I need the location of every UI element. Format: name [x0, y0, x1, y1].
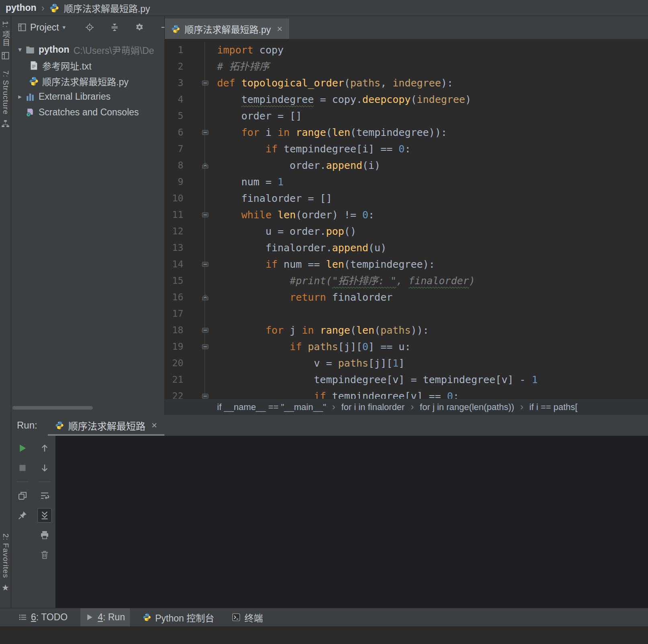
chevron-collapsed-icon[interactable]: ▸ — [14, 92, 25, 101]
code-line[interactable]: 22 if tempindegree[v] == 0: — [165, 388, 648, 399]
close-icon[interactable]: × — [277, 23, 283, 35]
tree-row-external-libraries[interactable]: ▸ External Libraries — [11, 89, 164, 105]
stripe-favorites-label: 2: Favorites — [1, 533, 10, 578]
fold-gutter — [198, 190, 212, 207]
tool-window-bar: 6: TODO 4: Run Python 控制台 终端 — [0, 608, 648, 626]
clear-all-button[interactable] — [37, 548, 52, 562]
code-editor[interactable]: 1import copy2# 拓扑排序3def topological_orde… — [165, 39, 648, 399]
code-line[interactable]: 21 tempindegree[v] = tempindegree[v] - 1 — [165, 371, 648, 388]
breadcrumb-item[interactable]: if i == paths[ — [529, 402, 578, 412]
code-text: v = paths[j][1] — [212, 355, 405, 371]
fold-end-icon[interactable] — [198, 157, 212, 174]
toolbar-python-console-button[interactable]: Python 控制台 — [138, 608, 219, 626]
stripe-favorites-button[interactable]: 2: Favorites ★ — [1, 533, 10, 597]
code-line[interactable]: 12 u = order.pop() — [165, 223, 648, 240]
code-line[interactable]: 3def topological_order(paths, indegree): — [165, 75, 648, 91]
fold-start-icon[interactable] — [198, 338, 212, 355]
horizontal-scrollbar[interactable] — [12, 406, 93, 410]
code-line[interactable]: 2# 拓扑排序 — [165, 58, 648, 75]
navigation-bar: python › 顺序法求解最短路.py — [0, 0, 648, 16]
breadcrumb-item[interactable]: for j in range(len(paths)) — [420, 402, 514, 412]
scroll-to-end-button[interactable] — [37, 508, 52, 523]
code-line[interactable]: 17 — [165, 306, 648, 322]
run-console-output[interactable] — [55, 436, 648, 608]
restore-layout-button[interactable] — [15, 488, 30, 503]
fold-end-icon[interactable] — [198, 289, 212, 306]
soft-wrap-button[interactable] — [37, 488, 52, 503]
collapse-all-button[interactable] — [110, 23, 119, 32]
rerun-button[interactable] — [15, 441, 30, 455]
line-number: 8 — [165, 157, 186, 174]
code-line[interactable]: 15 #print("拓扑排序: ", finalorder) — [165, 273, 648, 289]
code-line[interactable]: 8 order.append(i) — [165, 157, 648, 174]
fold-gutter — [198, 355, 212, 371]
toolbar-divider — [16, 482, 29, 482]
chevron-expanded-icon[interactable]: ▾ — [14, 45, 25, 54]
code-line[interactable]: 6 for i in range(len(tempindegree)): — [165, 124, 648, 141]
line-number: 12 — [165, 223, 186, 240]
line-number: 10 — [165, 190, 186, 207]
settings-gear-button[interactable] — [135, 23, 144, 32]
code-text: tempindegree[v] = tempindegree[v] - 1 — [212, 371, 538, 388]
fold-gutter — [198, 108, 212, 124]
code-text: num = 1 — [212, 174, 284, 190]
fold-start-icon[interactable] — [198, 322, 212, 338]
tree-row-project-root[interactable]: ▾ python C:\Users\尹萌娟\De — [11, 42, 164, 57]
stripe-project-button[interactable]: 1: 项目 — [0, 21, 11, 60]
editor-tab[interactable]: 顺序法求解最短路.py × — [165, 18, 289, 39]
run-tab[interactable]: 顺序法求解最短路 × — [48, 415, 164, 436]
code-line[interactable]: 10 finalorder = [] — [165, 190, 648, 207]
up-stack-trace-button[interactable] — [37, 441, 52, 455]
todo-list-icon — [18, 613, 27, 621]
stripe-structure-button[interactable]: 7: Structure — [1, 70, 10, 128]
code-text: #print("拓扑排序: ", finalorder) — [212, 273, 475, 289]
code-line[interactable]: 5 order = [] — [165, 108, 648, 124]
fold-start-icon[interactable] — [198, 124, 212, 141]
code-text: finalorder = [] — [212, 190, 332, 207]
close-icon[interactable]: × — [152, 420, 157, 431]
print-button[interactable] — [37, 528, 52, 542]
breadcrumb-item[interactable]: for i in finalorder — [341, 402, 405, 412]
toolbar-run-button[interactable]: 4: Run — [80, 608, 130, 626]
code-line[interactable]: 16 return finalorder — [165, 289, 648, 306]
code-line[interactable]: 4 tempindegree = copy.deepcopy(indegree) — [165, 91, 648, 108]
pin-button[interactable] — [15, 508, 30, 523]
down-stack-trace-button[interactable] — [37, 461, 52, 475]
code-text: def topological_order(paths, indegree): — [212, 75, 453, 91]
fold-start-icon[interactable] — [198, 75, 212, 91]
breadcrumb-item[interactable]: if __name__ == "__main__" — [217, 402, 326, 412]
chevron-down-icon[interactable]: ▾ — [63, 24, 66, 31]
nav-file-crumb[interactable]: 顺序法求解最短路.py — [64, 1, 150, 15]
code-line[interactable]: 1import copy — [165, 42, 648, 58]
toolbar-todo-button[interactable]: 6: TODO — [14, 608, 72, 626]
fold-start-icon[interactable] — [198, 388, 212, 399]
hide-panel-button[interactable] — [160, 23, 165, 32]
code-text: tempindegree = copy.deepcopy(indegree) — [212, 91, 471, 108]
tree-item-label: 参考网址.txt — [42, 59, 92, 72]
terminal-icon — [232, 613, 240, 621]
code-line[interactable]: 19 if paths[j][0] == u: — [165, 338, 648, 355]
locate-file-button[interactable] — [85, 23, 94, 32]
fold-start-icon[interactable] — [198, 256, 212, 273]
code-line[interactable]: 7 if tempindegree[i] == 0: — [165, 141, 648, 157]
project-panel-title[interactable]: Project — [30, 22, 59, 33]
tree-row-txt-file[interactable]: 参考网址.txt — [11, 57, 164, 73]
fold-start-icon[interactable] — [198, 207, 212, 223]
tree-row-scratches[interactable]: Scratches and Consoles — [11, 105, 164, 120]
line-number: 17 — [165, 306, 186, 322]
toolbar-terminal-button[interactable]: 终端 — [227, 608, 268, 626]
code-line[interactable]: 11 while len(order) != 0: — [165, 207, 648, 223]
tree-row-python-file[interactable]: 顺序法求解最短路.py — [11, 73, 164, 89]
code-line[interactable]: 18 for j in range(len(paths)): — [165, 322, 648, 338]
code-text: for j in range(len(paths)): — [212, 322, 429, 338]
code-text: order.append(i) — [212, 157, 380, 174]
code-line[interactable]: 13 finalorder.append(u) — [165, 240, 648, 256]
text-file-icon — [29, 61, 39, 70]
code-line[interactable]: 20 v = paths[j][1] — [165, 355, 648, 371]
code-line[interactable]: 9 num = 1 — [165, 174, 648, 190]
nav-project-crumb[interactable]: python — [6, 2, 37, 13]
stop-button[interactable] — [15, 461, 30, 475]
project-panel-header: Project ▾ — [11, 16, 164, 39]
line-number: 22 — [165, 388, 186, 399]
code-line[interactable]: 14 if num == len(tempindegree): — [165, 256, 648, 273]
